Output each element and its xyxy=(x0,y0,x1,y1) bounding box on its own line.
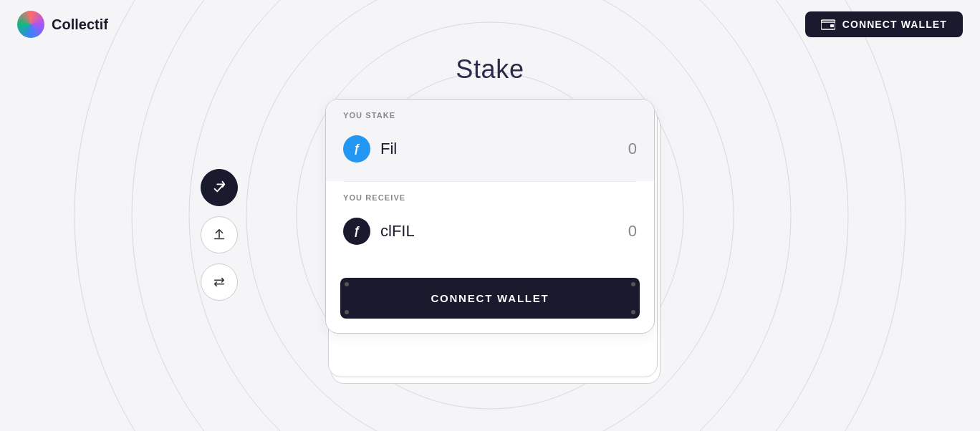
corner-dot-tr xyxy=(631,282,635,286)
card-main: YOU STAKE ƒ Fil 0 YOU RECEIVE xyxy=(325,99,655,334)
you-stake-label: YOU STAKE xyxy=(343,111,637,120)
logo-text: Collectif xyxy=(52,16,108,33)
export-sidebar-icon xyxy=(212,228,226,242)
stake-token-amount: 0 xyxy=(628,140,637,158)
svg-rect-9 xyxy=(830,24,834,27)
logo-area: Collectif xyxy=(17,11,108,38)
you-receive-label: YOU RECEIVE xyxy=(343,193,637,202)
stake-token-left: ƒ Fil xyxy=(343,135,397,163)
clfil-letter: ƒ xyxy=(354,225,360,238)
receive-token-amount: 0 xyxy=(628,222,637,241)
swap-sidebar-icon xyxy=(212,275,226,289)
stake-token-name: Fil xyxy=(380,140,397,158)
corner-dot-bl xyxy=(345,310,349,314)
logo-icon xyxy=(17,11,44,38)
main-content: YOU STAKE ƒ Fil 0 YOU RECEIVE xyxy=(0,99,980,371)
stake-token-row: ƒ Fil 0 xyxy=(343,128,637,170)
clfil-token-icon: ƒ xyxy=(343,218,370,245)
card-stack: YOU STAKE ƒ Fil 0 YOU RECEIVE xyxy=(325,99,655,371)
export-sidebar-button[interactable] xyxy=(201,216,238,253)
connect-wallet-card-button[interactable]: CONNECT WALLET xyxy=(340,278,640,319)
corner-dot-tl xyxy=(345,282,349,286)
receive-token-left: ƒ clFIL xyxy=(343,218,415,245)
page-title: Stake xyxy=(0,54,980,84)
connect-wallet-card-label: CONNECT WALLET xyxy=(431,292,549,304)
stake-sidebar-button[interactable] xyxy=(201,169,238,206)
fil-token-icon: ƒ xyxy=(343,135,370,163)
sidebar-icons xyxy=(201,169,238,301)
you-stake-section: YOU STAKE ƒ Fil 0 xyxy=(326,100,654,181)
you-receive-section: YOU RECEIVE ƒ clFIL 0 xyxy=(326,182,654,263)
receive-token-name: clFIL xyxy=(380,222,415,241)
stake-sidebar-icon xyxy=(212,180,226,195)
corner-dot-br xyxy=(631,310,635,314)
receive-token-row: ƒ clFIL 0 xyxy=(343,210,637,252)
wallet-icon xyxy=(821,19,835,30)
fil-letter: ƒ xyxy=(354,142,360,155)
header: Collectif CONNECT WALLET xyxy=(0,0,980,49)
swap-sidebar-button[interactable] xyxy=(201,263,238,301)
connect-wallet-nav-label: CONNECT WALLET xyxy=(842,19,947,30)
connect-wallet-nav-button[interactable]: CONNECT WALLET xyxy=(805,11,963,37)
